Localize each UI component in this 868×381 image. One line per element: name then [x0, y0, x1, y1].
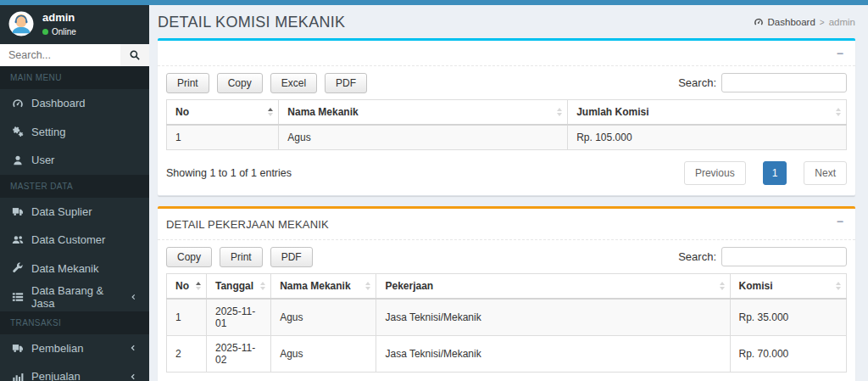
column-header-tanggal[interactable]: Tanggal — [207, 274, 271, 300]
export-buttons: Print Copy Excel PDF — [166, 73, 367, 93]
breadcrumb-dashboard-link[interactable]: Dashboard — [768, 17, 815, 27]
sidebar-item-data-suplier[interactable]: Data Suplier — [0, 198, 149, 227]
search-label: Search: — [678, 76, 716, 89]
breadcrumb-current: admin — [829, 17, 855, 27]
sidebar: admin Online MAIN MENU Dashboard — [0, 5, 149, 381]
sidebar-item-dashboard[interactable]: Dashboard — [0, 89, 149, 118]
table-search: Search: — [678, 247, 847, 266]
chevron-left-icon — [129, 344, 137, 352]
pdf-button[interactable]: PDF — [325, 73, 367, 93]
main-content: DETAIL KOMISI MEKANIK Dashboard > admin … — [149, 5, 868, 381]
user-panel: admin Online — [0, 5, 149, 44]
excel-button[interactable]: Excel — [270, 73, 317, 93]
page-1-button[interactable]: 1 — [763, 161, 787, 185]
search-icon — [129, 49, 141, 61]
komisi-table-search-input[interactable] — [721, 73, 847, 92]
sidebar-item-data-customer[interactable]: Data Customer — [0, 226, 149, 255]
list-icon — [12, 291, 24, 303]
column-header-nama-mekanik[interactable]: Nama Mekanik — [271, 274, 376, 300]
komisi-box: − Print Copy Excel PDF Search: — [158, 38, 855, 196]
sidebar-item-pembelian[interactable]: Pembelian — [0, 334, 149, 363]
table-row: 2 2025-11-02 Agus Jasa Teknisi/Mekanik R… — [167, 336, 847, 373]
truck-icon — [12, 342, 24, 354]
sort-icon — [557, 108, 562, 116]
column-label: Nama Mekanik — [280, 280, 350, 292]
sort-icon — [836, 108, 841, 116]
sidebar-search-input[interactable] — [0, 44, 120, 66]
dashboard-icon — [12, 98, 24, 109]
column-label: No — [175, 106, 189, 118]
collapse-button[interactable]: − — [833, 44, 847, 63]
user-info: admin Online — [42, 11, 76, 36]
table-row: 1 Agus Rp. 105.000 — [167, 125, 847, 150]
column-label: No — [175, 280, 189, 292]
search-label: Search: — [678, 250, 716, 263]
sidebar-section-main-menu: MAIN MENU — [0, 66, 149, 89]
user-name: admin — [42, 11, 76, 24]
copy-button[interactable]: Copy — [166, 247, 212, 267]
pekerjaan-table-search-input[interactable] — [721, 247, 847, 266]
column-header-no[interactable]: No — [167, 100, 279, 126]
sidebar-item-data-barang-jasa[interactable]: Data Barang & Jasa — [0, 283, 149, 311]
column-label: Pekerjaan — [385, 280, 433, 292]
cell-tanggal: 2025-11-02 — [207, 336, 271, 373]
sidebar-item-setting[interactable]: Setting — [0, 118, 149, 147]
user-status: Online — [42, 27, 76, 36]
breadcrumb: Dashboard > admin — [754, 17, 855, 27]
pekerjaan-table: No Tanggal Nama Mekanik — [166, 273, 847, 373]
wrench-icon — [12, 262, 24, 274]
chevron-left-icon — [129, 373, 137, 381]
box-title: DETAIL PEKERJAAN MEKANIK — [166, 218, 329, 231]
sidebar-item-penjualan[interactable]: Penjualan — [0, 362, 149, 381]
sidebar-item-label: Data Mekanik — [31, 262, 98, 275]
cell-nama-mekanik: Agus — [271, 336, 376, 373]
column-header-komisi[interactable]: Komisi — [730, 274, 846, 300]
sidebar-item-label: Dashboard — [31, 97, 86, 109]
collapse-button[interactable]: − — [833, 212, 847, 231]
previous-page-button[interactable]: Previous — [684, 161, 746, 185]
pekerjaan-box-body: Copy Print PDF Search: No — [158, 240, 855, 381]
sidebar-item-data-mekanik[interactable]: Data Mekanik — [0, 255, 149, 283]
export-buttons: Copy Print PDF — [166, 247, 313, 267]
pekerjaan-box-header: DETAIL PEKERJAAN MEKANIK − — [158, 209, 855, 240]
sort-icon — [196, 282, 201, 290]
bar-chart-icon — [12, 371, 24, 381]
column-header-pekerjaan[interactable]: Pekerjaan — [376, 274, 730, 300]
content-header: DETAIL KOMISI MEKANIK Dashboard > admin — [158, 8, 855, 36]
dashboard-icon — [754, 17, 764, 27]
copy-button[interactable]: Copy — [217, 73, 263, 93]
komisi-box-header: − — [158, 41, 855, 66]
sort-icon — [720, 282, 725, 290]
sort-icon — [365, 282, 370, 290]
komisi-box-body: Print Copy Excel PDF Search: No — [158, 66, 855, 195]
table-row: 1 2025-11-01 Agus Jasa Teknisi/Mekanik R… — [167, 299, 847, 336]
sidebar-search-form — [0, 44, 149, 66]
cell-no: 1 — [167, 299, 207, 336]
sidebar-section-transaksi: TRANSAKSI — [0, 311, 149, 334]
users-icon — [12, 234, 24, 246]
column-header-no[interactable]: No — [167, 274, 207, 300]
print-button[interactable]: Print — [220, 247, 263, 267]
sidebar-item-user[interactable]: User — [0, 146, 149, 175]
cell-tanggal: 2025-11-01 — [207, 299, 271, 336]
cell-komisi: Rp. 35.000 — [730, 299, 846, 336]
sidebar-item-label: User — [31, 154, 54, 166]
cell-no: 2 — [167, 336, 207, 373]
sidebar-search-button[interactable] — [120, 44, 149, 66]
cell-pekerjaan: Jasa Teknisi/Mekanik — [376, 336, 730, 373]
sort-icon — [268, 108, 273, 116]
cell-komisi: Rp. 70.000 — [730, 336, 846, 373]
sidebar-item-label: Data Customer — [31, 233, 105, 246]
pdf-button[interactable]: PDF — [270, 247, 313, 267]
cell-jumlah-komisi: Rp. 105.000 — [568, 125, 847, 150]
sort-icon — [260, 282, 265, 290]
cell-nama-mekanik: Agus — [279, 125, 568, 150]
gears-icon — [12, 126, 24, 137]
next-page-button[interactable]: Next — [804, 161, 847, 185]
sort-icon — [836, 282, 841, 290]
column-label: Komisi — [739, 280, 773, 292]
chevron-left-icon — [130, 293, 137, 301]
print-button[interactable]: Print — [166, 73, 209, 93]
column-header-jumlah-komisi[interactable]: Jumlah Komisi — [568, 100, 847, 126]
column-header-nama-mekanik[interactable]: Nama Mekanik — [279, 100, 568, 126]
